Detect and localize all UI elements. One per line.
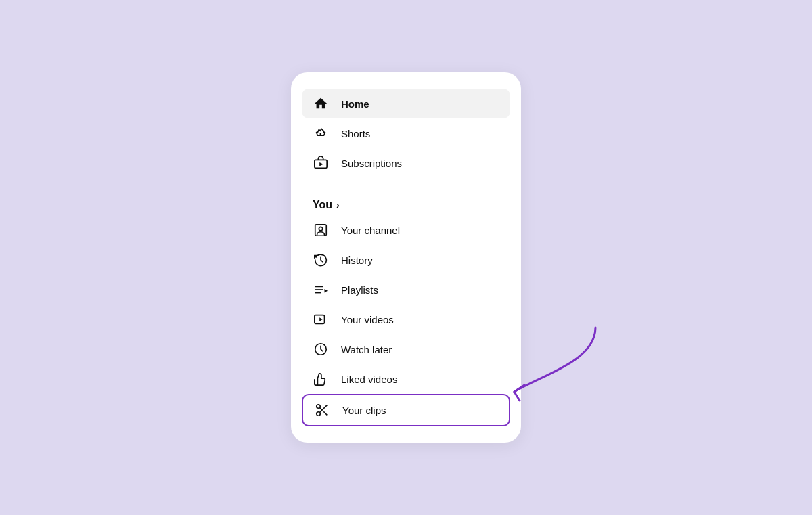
divider [313, 185, 499, 185]
nav-label-home: Home [341, 98, 369, 110]
nav-item-your-videos[interactable]: Your videos [302, 305, 510, 334]
svg-marker-9 [319, 317, 323, 321]
svg-point-11 [317, 405, 321, 409]
playlists-icon [313, 282, 329, 298]
video-icon [313, 311, 329, 328]
nav-label-your-videos: Your videos [341, 314, 394, 326]
person-icon [313, 222, 329, 238]
home-icon [313, 95, 329, 112]
section-you-header[interactable]: You › [302, 192, 510, 215]
nav-label-playlists: Playlists [341, 284, 378, 296]
scissors-icon [314, 402, 330, 418]
svg-line-15 [319, 407, 322, 410]
nav-item-playlists[interactable]: Playlists [302, 275, 510, 305]
nav-card: Home Shorts Subscriptions You › [291, 72, 521, 443]
nav-item-history[interactable]: History [302, 245, 510, 275]
nav-item-your-clips[interactable]: Your clips [302, 394, 510, 426]
arrow-annotation [501, 321, 609, 402]
nav-item-subscriptions[interactable]: Subscriptions [302, 148, 510, 178]
nav-item-your-channel[interactable]: Your channel [302, 215, 510, 245]
thumbup-icon [313, 371, 329, 387]
nav-item-watch-later[interactable]: Watch later [302, 334, 510, 364]
svg-marker-7 [325, 289, 328, 293]
history-icon [313, 252, 329, 268]
shorts-icon [313, 125, 329, 141]
nav-item-home[interactable]: Home [302, 89, 510, 118]
svg-point-12 [317, 412, 321, 416]
nav-label-liked-videos: Liked videos [341, 374, 397, 385]
section-you-label: You [313, 199, 332, 211]
nav-label-your-channel: Your channel [341, 225, 400, 236]
svg-line-14 [323, 411, 327, 415]
clock-icon [313, 341, 329, 357]
nav-item-shorts[interactable]: Shorts [302, 118, 510, 148]
nav-label-your-clips: Your clips [342, 405, 386, 416]
chevron-right-icon: › [336, 200, 340, 210]
nav-item-liked-videos[interactable]: Liked videos [302, 364, 510, 394]
nav-label-shorts: Shorts [341, 128, 370, 139]
svg-point-3 [319, 227, 323, 231]
subscriptions-icon [313, 155, 329, 171]
svg-marker-1 [319, 162, 323, 166]
nav-label-watch-later: Watch later [341, 344, 392, 355]
nav-label-subscriptions: Subscriptions [341, 158, 402, 169]
nav-label-history: History [341, 254, 373, 266]
